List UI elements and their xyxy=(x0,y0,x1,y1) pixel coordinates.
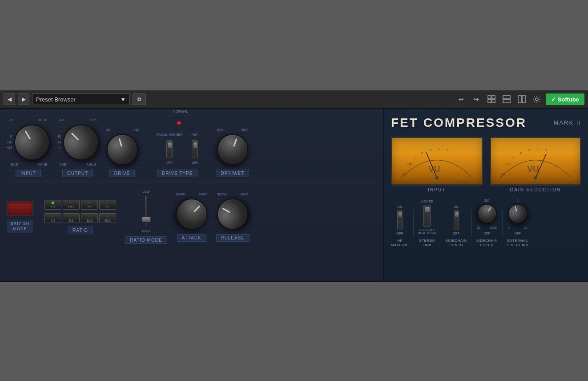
undo-button[interactable]: ↩ xyxy=(455,93,467,105)
output-s3: -∞ xyxy=(56,145,61,151)
preset-browser[interactable]: Preset Browser ▼ xyxy=(32,93,130,105)
ratio-8-1[interactable]: 8:1 xyxy=(63,213,80,223)
next-button[interactable]: ▶ xyxy=(18,93,29,105)
input-bot-left: -18 dB xyxy=(9,163,19,166)
release-fast: FAST xyxy=(241,193,249,196)
stereo-toggle[interactable] xyxy=(423,205,431,227)
release-group: SLOW FAST RELEASE xyxy=(216,193,250,242)
ratio-1-5-led xyxy=(70,202,72,204)
input-scale-neg18: +24 xyxy=(7,145,12,151)
fet-off: OFF xyxy=(192,161,198,164)
input-scale-neg6: 0 xyxy=(7,134,12,140)
svg-rect-7 xyxy=(522,96,525,103)
input-label: INPUT xyxy=(16,170,41,177)
output-s2: -24 xyxy=(56,140,61,146)
normal-label: NORMAL xyxy=(173,109,188,113)
attack-label: ATTACK xyxy=(177,234,206,242)
hf-on-label: ON xyxy=(397,205,403,208)
layout3-button[interactable] xyxy=(516,93,528,105)
fet-switch-group: FET OFF xyxy=(191,133,198,164)
input-scale-neg12: +18 xyxy=(7,140,12,146)
sc-punch-off-label: OFF xyxy=(453,232,460,235)
bottom-controls-row: ON OFF HFMAKE-UP LINKED UNLINKEDDUAL MON… xyxy=(391,199,581,248)
layout2-button[interactable] xyxy=(500,93,513,105)
ratio-1-1[interactable]: 1:1 xyxy=(44,200,61,210)
prev-button[interactable]: ◀ xyxy=(4,93,15,105)
sidechain-filter-label: SIDECHAINFILTER xyxy=(476,239,498,248)
plugin-title: FET COMPRESSOR xyxy=(391,116,527,130)
stereo-link-label: STEREOLINK xyxy=(419,239,435,248)
vu-gr-glass xyxy=(491,138,580,184)
vu-glass xyxy=(392,138,482,184)
settings-button[interactable] xyxy=(531,93,543,105)
vu-input-display: -20 -10 7 5 3 0 3 - + VU xyxy=(391,137,483,186)
slider-handle[interactable] xyxy=(142,217,151,222)
drive-scale-right: +10 xyxy=(133,128,139,131)
fet-label: FET xyxy=(191,133,198,137)
ratio-12-1[interactable]: 12:1 xyxy=(81,213,98,223)
drive-label: DRIVE xyxy=(109,170,135,177)
output-scale-pos6: +6 xyxy=(93,118,97,122)
attack-knob[interactable] xyxy=(169,192,213,236)
input-knob[interactable] xyxy=(8,118,56,166)
plugin-area: -6 +6 +12 0 +18 +24 -18 dB xyxy=(0,108,588,282)
gr-meter-label: GAIN REDUCTION xyxy=(510,187,561,192)
preset-browser-label: Preset Browser xyxy=(36,96,76,103)
output-bot-left: -6 dB xyxy=(59,163,66,166)
output-s1: -18 xyxy=(56,134,61,140)
output-scale-neg6: 0 xyxy=(90,118,92,122)
sidechain-filter-knob[interactable] xyxy=(474,200,500,227)
svg-rect-1 xyxy=(492,96,495,99)
normal-led xyxy=(177,122,181,125)
transformer-switch[interactable] xyxy=(166,140,173,158)
british-mode-button[interactable] xyxy=(7,201,33,216)
transformer-handle xyxy=(168,142,172,148)
softube-button[interactable]: ✓ Softube xyxy=(546,93,584,105)
svg-rect-5 xyxy=(503,100,510,103)
ratio-2-1-led xyxy=(88,202,91,204)
transformer-label: TRANS- FORMER xyxy=(157,133,182,136)
drive-group: -10 +10 DRIVE xyxy=(105,128,139,177)
ratio-4-1[interactable]: 4:1 xyxy=(44,213,61,223)
title-area: FET COMPRESSOR MARK II xyxy=(391,116,581,130)
output-knob[interactable] xyxy=(56,117,106,167)
controls-section: -6 +6 +12 0 +18 +24 -18 dB xyxy=(0,109,383,281)
drive-knob[interactable] xyxy=(103,130,141,169)
ratio-2-1[interactable]: 2:1 xyxy=(81,200,98,210)
fet-switch[interactable] xyxy=(192,140,198,158)
release-knob[interactable] xyxy=(211,193,254,235)
external-sidechain-knob[interactable] xyxy=(505,201,530,226)
ratio-1-5-1[interactable]: 1.5:1 xyxy=(63,200,80,210)
drywet-knob[interactable] xyxy=(213,130,253,170)
input-vu-meter: -20 -10 7 5 3 0 3 - + VU xyxy=(391,137,483,192)
drywet-group: DRY WET DRY/WET xyxy=(216,128,249,177)
input-scale-top: -6 xyxy=(9,118,12,122)
ratio-20-1[interactable]: 20:1 xyxy=(99,213,116,223)
hf-handle xyxy=(398,212,403,217)
sc-punch-toggle[interactable] xyxy=(454,210,459,230)
ext-sc-bot-right: 10 xyxy=(524,226,528,229)
attack-fast: FAST xyxy=(199,193,207,196)
separator3 xyxy=(471,210,472,237)
gain-reduction-vu-meter: -20 -10 7 5 3 0 3 - + VU xyxy=(490,137,582,192)
ratio-3-1[interactable]: 3:1 xyxy=(99,200,116,210)
ratio-mode-slider[interactable] xyxy=(145,196,147,227)
input-meter-label: INPUT xyxy=(428,187,446,192)
svg-point-8 xyxy=(536,98,538,101)
ratio-2-1-text: 2:1 xyxy=(87,206,92,209)
redo-button[interactable]: ↪ xyxy=(470,93,483,105)
ratio-1-5-text: 1.5:1 xyxy=(68,206,75,209)
layout1-button[interactable] xyxy=(485,93,498,105)
sc-filter-bot-left: 20 xyxy=(477,226,481,229)
ratio-20-1-text: 20:1 xyxy=(105,219,111,222)
hf-toggle[interactable] xyxy=(397,210,403,230)
hf-off-label: OFF xyxy=(396,232,403,235)
low-label: LOW xyxy=(142,190,149,193)
sc-punch-handle xyxy=(455,212,459,217)
copy-button[interactable]: ⧉ xyxy=(133,93,146,105)
output-scale-neg12: -12 xyxy=(59,118,64,122)
svg-rect-4 xyxy=(503,96,510,99)
ext-sc-bot-left: 0 xyxy=(508,226,510,229)
softube-label: Softube xyxy=(558,96,579,103)
stereo-handle xyxy=(425,207,430,213)
